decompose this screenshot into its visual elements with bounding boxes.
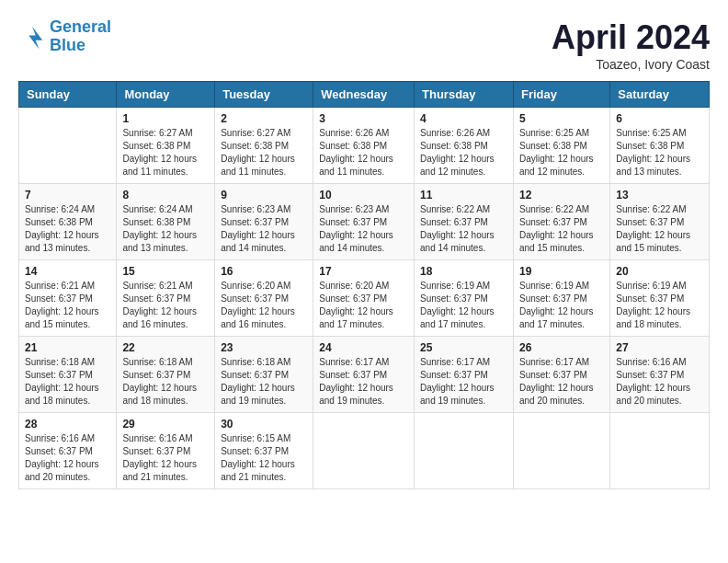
day-number: 6 (616, 112, 703, 125)
day-info: Sunrise: 6:18 AM Sunset: 6:37 PM Dayligh… (122, 356, 209, 408)
day-info: Sunrise: 6:25 AM Sunset: 6:38 PM Dayligh… (519, 127, 604, 178)
calendar-cell: 3Sunrise: 6:26 AM Sunset: 6:38 PM Daylig… (313, 108, 415, 184)
calendar-week-row: 14Sunrise: 6:21 AM Sunset: 6:37 PM Dayli… (19, 260, 710, 337)
day-header-friday: Friday (513, 82, 609, 108)
calendar-cell (610, 413, 710, 489)
day-info: Sunrise: 6:21 AM Sunset: 6:37 PM Dayligh… (25, 280, 110, 331)
day-info: Sunrise: 6:16 AM Sunset: 6:37 PM Dayligh… (616, 356, 703, 408)
day-info: Sunrise: 6:24 AM Sunset: 6:38 PM Dayligh… (122, 203, 209, 255)
calendar-week-row: 1Sunrise: 6:27 AM Sunset: 6:38 PM Daylig… (19, 108, 710, 184)
day-number: 25 (420, 341, 507, 354)
day-number: 9 (221, 189, 307, 201)
calendar-cell: 24Sunrise: 6:17 AM Sunset: 6:37 PM Dayli… (313, 337, 415, 413)
calendar-cell (513, 413, 609, 489)
day-number: 16 (221, 265, 307, 278)
page-header: General Blue April 2024 Toazeo, Ivory Co… (18, 18, 710, 72)
day-number: 1 (122, 112, 209, 125)
logo-text: General Blue (50, 18, 111, 55)
day-number: 4 (420, 112, 507, 125)
calendar-cell: 17Sunrise: 6:20 AM Sunset: 6:37 PM Dayli… (313, 260, 415, 337)
location-subtitle: Toazeo, Ivory Coast (552, 57, 710, 72)
month-title: April 2024 (552, 18, 710, 57)
day-info: Sunrise: 6:22 AM Sunset: 6:37 PM Dayligh… (420, 203, 507, 255)
calendar-cell (415, 413, 514, 489)
calendar-week-row: 7Sunrise: 6:24 AM Sunset: 6:38 PM Daylig… (19, 184, 710, 260)
calendar-cell: 25Sunrise: 6:17 AM Sunset: 6:37 PM Dayli… (415, 337, 514, 413)
day-info: Sunrise: 6:24 AM Sunset: 6:38 PM Dayligh… (25, 203, 110, 255)
calendar-cell: 29Sunrise: 6:16 AM Sunset: 6:37 PM Dayli… (117, 413, 215, 489)
day-info: Sunrise: 6:26 AM Sunset: 6:38 PM Dayligh… (319, 127, 408, 178)
day-info: Sunrise: 6:21 AM Sunset: 6:37 PM Dayligh… (122, 280, 209, 331)
day-number: 3 (319, 112, 408, 125)
svg-marker-0 (28, 27, 42, 50)
day-info: Sunrise: 6:25 AM Sunset: 6:38 PM Dayligh… (616, 127, 703, 178)
day-info: Sunrise: 6:19 AM Sunset: 6:37 PM Dayligh… (616, 280, 703, 331)
day-number: 12 (519, 189, 604, 201)
day-info: Sunrise: 6:16 AM Sunset: 6:37 PM Dayligh… (122, 432, 209, 484)
calendar-cell: 30Sunrise: 6:15 AM Sunset: 6:37 PM Dayli… (215, 413, 313, 489)
calendar-cell: 22Sunrise: 6:18 AM Sunset: 6:37 PM Dayli… (117, 337, 215, 413)
day-number: 22 (122, 341, 209, 354)
day-number: 17 (319, 265, 408, 278)
day-info: Sunrise: 6:16 AM Sunset: 6:37 PM Dayligh… (25, 432, 110, 484)
title-area: April 2024 Toazeo, Ivory Coast (552, 18, 710, 72)
day-info: Sunrise: 6:19 AM Sunset: 6:37 PM Dayligh… (420, 280, 507, 331)
day-header-wednesday: Wednesday (313, 82, 415, 108)
calendar-cell: 27Sunrise: 6:16 AM Sunset: 6:37 PM Dayli… (610, 337, 710, 413)
day-info: Sunrise: 6:18 AM Sunset: 6:37 PM Dayligh… (221, 356, 307, 408)
calendar-cell: 14Sunrise: 6:21 AM Sunset: 6:37 PM Dayli… (19, 260, 117, 337)
day-number: 5 (519, 112, 604, 125)
calendar-cell: 23Sunrise: 6:18 AM Sunset: 6:37 PM Dayli… (215, 337, 313, 413)
day-number: 18 (420, 265, 507, 278)
day-header-saturday: Saturday (610, 82, 710, 108)
day-number: 21 (25, 341, 110, 354)
day-number: 2 (221, 112, 307, 125)
day-number: 13 (616, 189, 703, 201)
day-info: Sunrise: 6:17 AM Sunset: 6:37 PM Dayligh… (420, 356, 507, 408)
calendar-cell: 16Sunrise: 6:20 AM Sunset: 6:37 PM Dayli… (215, 260, 313, 337)
day-number: 14 (25, 265, 110, 278)
day-info: Sunrise: 6:18 AM Sunset: 6:37 PM Dayligh… (25, 356, 110, 408)
day-info: Sunrise: 6:22 AM Sunset: 6:37 PM Dayligh… (616, 203, 703, 255)
calendar-cell: 10Sunrise: 6:23 AM Sunset: 6:37 PM Dayli… (313, 184, 415, 260)
calendar-cell: 18Sunrise: 6:19 AM Sunset: 6:37 PM Dayli… (415, 260, 514, 337)
calendar-cell: 6Sunrise: 6:25 AM Sunset: 6:38 PM Daylig… (610, 108, 710, 184)
day-info: Sunrise: 6:27 AM Sunset: 6:38 PM Dayligh… (122, 127, 209, 178)
calendar-cell: 12Sunrise: 6:22 AM Sunset: 6:37 PM Dayli… (513, 184, 609, 260)
calendar-header-row: SundayMondayTuesdayWednesdayThursdayFrid… (19, 82, 710, 108)
day-info: Sunrise: 6:26 AM Sunset: 6:38 PM Dayligh… (420, 127, 507, 178)
calendar-cell: 19Sunrise: 6:19 AM Sunset: 6:37 PM Dayli… (513, 260, 609, 337)
calendar-cell: 7Sunrise: 6:24 AM Sunset: 6:38 PM Daylig… (19, 184, 117, 260)
day-number: 11 (420, 189, 507, 201)
calendar-week-row: 28Sunrise: 6:16 AM Sunset: 6:37 PM Dayli… (19, 413, 710, 489)
calendar-cell: 28Sunrise: 6:16 AM Sunset: 6:37 PM Dayli… (19, 413, 117, 489)
day-info: Sunrise: 6:20 AM Sunset: 6:37 PM Dayligh… (221, 280, 307, 331)
calendar-cell: 4Sunrise: 6:26 AM Sunset: 6:38 PM Daylig… (415, 108, 514, 184)
day-info: Sunrise: 6:23 AM Sunset: 6:37 PM Dayligh… (221, 203, 307, 255)
day-number: 20 (616, 265, 703, 278)
day-number: 23 (221, 341, 307, 354)
calendar-table: SundayMondayTuesdayWednesdayThursdayFrid… (18, 81, 710, 489)
calendar-week-row: 21Sunrise: 6:18 AM Sunset: 6:37 PM Dayli… (19, 337, 710, 413)
calendar-cell: 8Sunrise: 6:24 AM Sunset: 6:38 PM Daylig… (117, 184, 215, 260)
calendar-body: 1Sunrise: 6:27 AM Sunset: 6:38 PM Daylig… (19, 108, 710, 489)
day-number: 30 (221, 418, 307, 431)
day-number: 7 (25, 189, 110, 201)
day-number: 8 (122, 189, 209, 201)
day-info: Sunrise: 6:19 AM Sunset: 6:37 PM Dayligh… (519, 280, 604, 331)
day-header-tuesday: Tuesday (215, 82, 313, 108)
day-number: 28 (25, 418, 110, 431)
day-info: Sunrise: 6:15 AM Sunset: 6:37 PM Dayligh… (221, 432, 307, 484)
calendar-cell: 26Sunrise: 6:17 AM Sunset: 6:37 PM Dayli… (513, 337, 609, 413)
calendar-cell: 20Sunrise: 6:19 AM Sunset: 6:37 PM Dayli… (610, 260, 710, 337)
calendar-cell: 15Sunrise: 6:21 AM Sunset: 6:37 PM Dayli… (117, 260, 215, 337)
logo: General Blue (18, 18, 111, 55)
day-info: Sunrise: 6:17 AM Sunset: 6:37 PM Dayligh… (519, 356, 604, 408)
day-number: 26 (519, 341, 604, 354)
calendar-cell (19, 108, 117, 184)
day-number: 27 (616, 341, 703, 354)
day-info: Sunrise: 6:20 AM Sunset: 6:37 PM Dayligh… (319, 280, 408, 331)
calendar-cell: 1Sunrise: 6:27 AM Sunset: 6:38 PM Daylig… (117, 108, 215, 184)
calendar-cell: 2Sunrise: 6:27 AM Sunset: 6:38 PM Daylig… (215, 108, 313, 184)
calendar-cell: 5Sunrise: 6:25 AM Sunset: 6:38 PM Daylig… (513, 108, 609, 184)
